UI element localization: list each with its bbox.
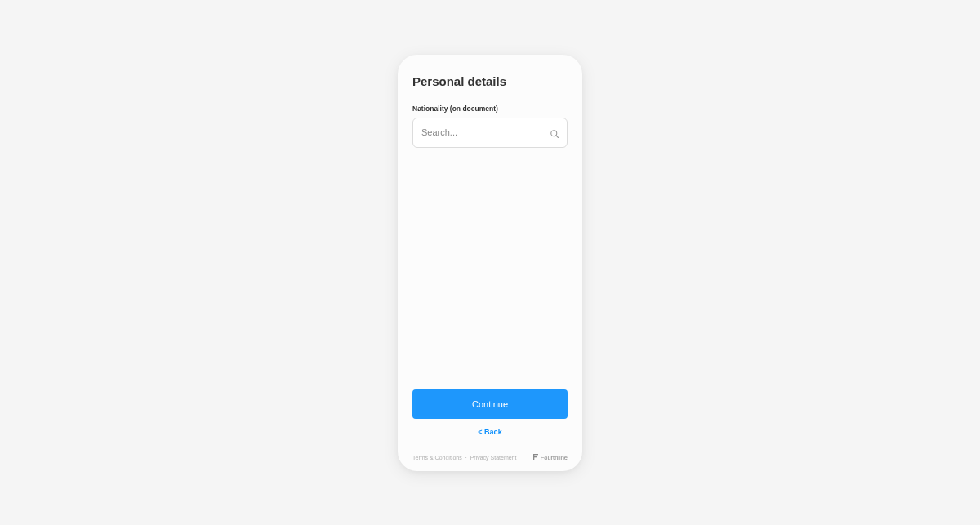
privacy-link[interactable]: Privacy Statement — [470, 455, 517, 460]
nationality-label: Nationality (on document) — [412, 105, 568, 113]
footer-separator: · — [466, 455, 467, 460]
footer: Terms & Conditions · Privacy Statement F… — [412, 454, 568, 461]
bottom-section: Continue < Back Terms & Conditions · Pri… — [412, 389, 568, 461]
back-link[interactable]: < Back — [478, 428, 501, 436]
search-wrapper — [412, 118, 568, 148]
brand-icon — [533, 454, 538, 460]
brand: Fourthline — [533, 454, 568, 461]
page-title: Personal details — [412, 74, 568, 88]
nationality-search-input[interactable] — [412, 118, 568, 148]
continue-button[interactable]: Continue — [412, 389, 568, 419]
content-area: Personal details Nationality (on documen… — [412, 74, 568, 389]
phone-frame: Personal details Nationality (on documen… — [398, 55, 582, 471]
terms-link[interactable]: Terms & Conditions — [412, 455, 462, 460]
brand-name: Fourthline — [541, 454, 568, 461]
footer-links: Terms & Conditions · Privacy Statement — [412, 455, 516, 460]
svg-rect-4 — [533, 454, 534, 460]
